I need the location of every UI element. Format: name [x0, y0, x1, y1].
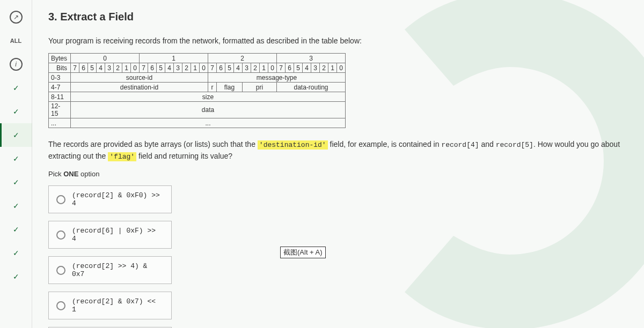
sidebar-item[interactable]: ✓: [0, 100, 32, 123]
sidebar-item[interactable]: ✓: [0, 218, 32, 241]
answer-option-0[interactable]: (record[2] & 0xF0) >> 4: [48, 185, 172, 213]
info-icon: i: [10, 58, 23, 71]
check-icon: ✓: [13, 249, 19, 257]
radio-icon: [56, 266, 65, 275]
question-intro: Your program is receiving records from t…: [48, 36, 628, 45]
sidebar-item[interactable]: ↗: [0, 5, 32, 29]
radio-icon: [56, 301, 65, 310]
radio-icon: [56, 230, 65, 240]
pick-instruction: Pick ONE option: [48, 170, 628, 178]
option-label: (record[2] >> 4) & 0x7: [72, 262, 164, 278]
sidebar-item[interactable]: ALL: [0, 29, 32, 53]
sidebar-item[interactable]: ✓: [0, 194, 32, 218]
sidebar-item[interactable]: ✓: [0, 123, 32, 147]
check-icon: ✓: [13, 154, 19, 163]
check-icon: ✓: [13, 84, 19, 92]
check-icon: ✓: [13, 272, 19, 281]
code-flag: 'flag': [108, 152, 136, 161]
answer-option-2[interactable]: (record[2] >> 4) & 0x7: [48, 256, 172, 284]
main-content: 3. Extract a Field Your program is recei…: [32, 0, 644, 328]
text: and: [479, 140, 496, 148]
sidebar-item[interactable]: ✓: [0, 76, 32, 100]
sidebar-item[interactable]: ✓: [0, 147, 32, 170]
answer-option-1[interactable]: (record[6] | 0xF) >> 4: [48, 221, 172, 249]
question-paragraph: The records are provided as byte arrays …: [48, 139, 628, 162]
check-icon: ✓: [13, 178, 19, 187]
option-label: (record[6] | 0xF) >> 4: [72, 227, 164, 243]
text: The records are provided as byte arrays …: [48, 140, 258, 148]
question-title: 3. Extract a Field: [48, 11, 628, 23]
text: option: [78, 170, 99, 178]
code-record5: record[5]: [496, 141, 533, 149]
check-icon: ✓: [13, 202, 19, 210]
sidebar-item[interactable]: ✓: [0, 241, 32, 265]
sidebar-item[interactable]: ✓: [0, 170, 32, 194]
sidebar: ↗ALLi✓✓✓✓✓✓✓✓✓: [0, 0, 32, 328]
hint-icon: ↗: [10, 11, 23, 24]
text: field, for example, is contained in: [328, 140, 442, 148]
text: field and returning its value?: [136, 152, 232, 160]
option-label: (record[2] & 0x7) << 1: [72, 297, 164, 314]
check-icon: ✓: [13, 225, 19, 234]
record-layout-table: Bytes0123Bits765432107654321076543210765…: [48, 53, 346, 128]
radio-icon: [56, 195, 65, 204]
sidebar-item[interactable]: i: [0, 53, 32, 76]
option-label: (record[2] & 0xF0) >> 4: [72, 191, 164, 207]
text: Pick: [48, 170, 63, 178]
answer-option-3[interactable]: (record[2] & 0x7) << 1: [48, 292, 172, 319]
sidebar-item[interactable]: ✓: [0, 265, 32, 288]
check-icon: ✓: [13, 107, 19, 116]
code-destination-id: 'destination-id': [258, 140, 328, 150]
text: ONE: [63, 170, 78, 178]
check-icon: ✓: [13, 131, 19, 139]
code-record4: record[4]: [441, 141, 479, 149]
screenshot-tooltip: 截图(Alt + A): [280, 247, 326, 258]
options-group: (record[2] & 0xF0) >> 4(record[6] | 0xF)…: [48, 185, 628, 328]
